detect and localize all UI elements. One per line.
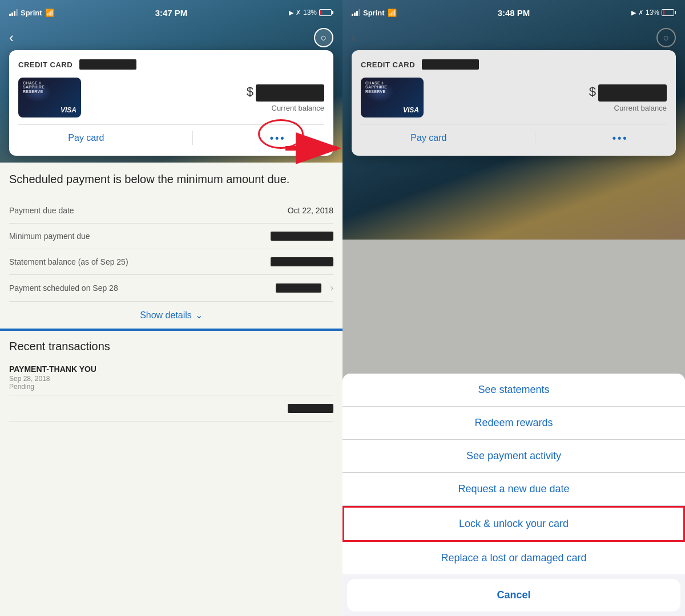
bluetooth-icon-right: ✗ xyxy=(638,9,643,17)
pay-card-button[interactable]: Pay card xyxy=(57,129,115,147)
balance-redacted-right xyxy=(598,84,667,102)
card-divider xyxy=(18,124,324,125)
battery-icon xyxy=(319,9,333,16)
status-bar-right: Sprint 📶 3:48 PM ▶ ✗ 13% xyxy=(342,0,685,25)
detail-row-statement-balance: Statement balance (as of Sep 25) xyxy=(9,249,333,275)
balance-amount: $ xyxy=(92,83,324,102)
menu-item-redeem-rewards[interactable]: Redeem rewards xyxy=(342,407,685,440)
detail-row-scheduled: Payment scheduled on Sep 28 › xyxy=(9,275,333,302)
battery-percent: 13% xyxy=(303,9,317,17)
bottom-sheet-menu: See statements Redeem rewards See paymen… xyxy=(342,374,685,616)
menu-item-lock-unlock-card[interactable]: Lock & unlock your card xyxy=(342,506,685,542)
battery-percent-right: 13% xyxy=(646,9,659,17)
dollar-sign: $ xyxy=(247,84,253,99)
back-button[interactable]: ‹ xyxy=(9,30,14,46)
credit-card-image: CHASE ◊ SAPPHIRE RESERVE VISA xyxy=(18,78,81,117)
time-label-right: 3:48 PM xyxy=(498,8,530,18)
profile-icon-right[interactable]: ○ xyxy=(656,28,676,47)
card-label-right: CREDIT CARD xyxy=(361,60,415,69)
card-section-right: CREDIT CARD CHASE ◊ SAPPHIRE RESERVE VIS… xyxy=(352,50,676,156)
signal-icon-right xyxy=(352,9,360,16)
cancel-button[interactable]: Cancel xyxy=(347,579,680,611)
statement-balance-redacted xyxy=(271,257,333,266)
profile-icon[interactable]: ○ xyxy=(314,28,333,47)
transaction-amount-redacted xyxy=(288,404,333,413)
signal-icon xyxy=(9,9,18,16)
back-button-right[interactable]: ‹ xyxy=(352,30,356,46)
min-payment-redacted xyxy=(271,232,333,241)
transaction-name: PAYMENT-THANK YOU xyxy=(9,364,333,374)
time-label: 3:47 PM xyxy=(155,8,188,18)
left-phone-panel: Sprint 📶 3:47 PM ▶ ✗ 13% ‹ ○ CREDIT CARD… xyxy=(0,0,342,616)
balance-redacted xyxy=(256,84,324,102)
cancel-label: Cancel xyxy=(497,589,530,601)
detail-row-min-payment: Minimum payment due xyxy=(9,224,333,249)
recent-transactions-title: Recent transactions xyxy=(9,340,333,353)
card-brand: CHASE ◊ SAPPHIRE RESERVE xyxy=(23,81,45,95)
right-phone-panel: Sprint 📶 3:48 PM ▶ ✗ 13% ‹ ○ CREDIT CARD… xyxy=(342,0,685,616)
visa-label-right: VISA xyxy=(403,106,419,114)
current-balance-label: Current balance xyxy=(92,104,324,112)
credit-card-image-right: CHASE ◊ SAPPHIRE RESERVE VISA xyxy=(361,78,424,117)
scheduled-payment-redacted xyxy=(276,283,321,293)
detail-row-due-date: Payment due date Oct 22, 2018 xyxy=(9,198,333,224)
menu-item-replace-card[interactable]: Replace a lost or damaged card xyxy=(342,542,685,574)
action-divider xyxy=(192,131,193,145)
more-options-button[interactable]: ••• xyxy=(270,132,286,144)
transaction-date: Sep 28, 2018 xyxy=(9,375,333,383)
card-section-left: CREDIT CARD CHASE ◊ SAPPHIRE RESERVE VIS… xyxy=(9,50,333,156)
visa-label: VISA xyxy=(61,106,76,114)
top-nav-right: ‹ ○ xyxy=(342,25,685,50)
blue-bar xyxy=(0,329,342,331)
status-bar-left: Sprint 📶 3:47 PM ▶ ✗ 13% xyxy=(0,0,342,25)
content-area-left: Scheduled payment is below the minimum a… xyxy=(0,163,342,616)
action-divider-right xyxy=(535,131,535,145)
menu-item-see-statements[interactable]: See statements xyxy=(342,374,685,407)
carrier-label: Sprint xyxy=(21,9,42,17)
top-nav-left: ‹ ○ xyxy=(0,25,342,50)
card-actions: Pay card ••• xyxy=(18,129,324,147)
transaction-amount-row xyxy=(9,396,333,422)
current-balance-label-right: Current balance xyxy=(435,104,667,112)
chevron-right-icon: › xyxy=(331,283,333,293)
location-icon: ▶ xyxy=(289,9,293,17)
location-icon-right: ▶ xyxy=(631,9,636,17)
warning-text: Scheduled payment is below the minimum a… xyxy=(9,172,333,187)
menu-item-see-payment-activity[interactable]: See payment activity xyxy=(342,440,685,473)
transaction-status: Pending xyxy=(9,383,333,391)
card-label: CREDIT CARD xyxy=(18,60,72,69)
transaction-item: PAYMENT-THANK YOU Sep 28, 2018 Pending xyxy=(9,360,333,396)
more-options-button-right[interactable]: ••• xyxy=(613,132,628,144)
card-number-redacted-right xyxy=(422,59,479,70)
wifi-icon: 📶 xyxy=(45,9,54,17)
battery-icon-right xyxy=(662,9,676,16)
dollar-sign-right: $ xyxy=(589,84,596,99)
carrier-label-right: Sprint xyxy=(363,9,385,17)
card-actions-right: Pay card ••• xyxy=(361,129,667,147)
bluetooth-icon: ✗ xyxy=(296,9,301,17)
show-details-button[interactable]: Show details ⌄ xyxy=(9,302,333,329)
balance-amount-right: $ xyxy=(435,83,667,102)
chevron-down-icon: ⌄ xyxy=(195,310,203,321)
card-brand-right: CHASE ◊ SAPPHIRE RESERVE xyxy=(365,81,387,95)
card-divider-right xyxy=(361,124,667,125)
wifi-icon-right: 📶 xyxy=(388,9,397,17)
pay-card-button-right[interactable]: Pay card xyxy=(399,129,458,147)
menu-item-request-new-due-date[interactable]: Request a new due date xyxy=(342,473,685,506)
card-number-redacted xyxy=(79,59,136,70)
